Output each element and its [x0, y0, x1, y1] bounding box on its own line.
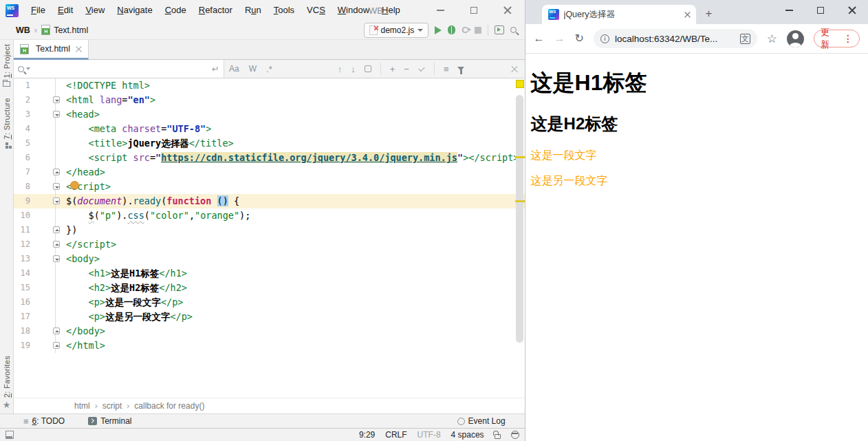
- line-number[interactable]: 7: [14, 165, 37, 180]
- menu-code[interactable]: Code: [159, 0, 193, 21]
- back-button[interactable]: ←: [534, 33, 545, 44]
- line-number[interactable]: 3: [14, 107, 37, 122]
- code-line-18[interactable]: 18</body>: [14, 324, 525, 338]
- code-line-19[interactable]: 19</html>: [14, 338, 525, 353]
- fold-marker-icon[interactable]: [53, 197, 60, 204]
- fold-marker-icon[interactable]: [53, 96, 60, 103]
- code-line-13[interactable]: 13<body>: [14, 252, 525, 266]
- breadcrumb-item[interactable]: html: [74, 401, 90, 411]
- code-line-9[interactable]: 9$(document).ready(function () {: [14, 194, 525, 208]
- menu-edit[interactable]: Edit: [52, 0, 79, 21]
- warning-stripe-marker[interactable]: [515, 156, 525, 158]
- line-number[interactable]: 2: [14, 93, 37, 107]
- menu-tools[interactable]: Tools: [268, 0, 301, 21]
- coverage-button[interactable]: C: [462, 25, 468, 35]
- line-number[interactable]: 5: [14, 136, 37, 151]
- line-number[interactable]: 12: [14, 237, 37, 252]
- code-line-2[interactable]: 2<html lang="en">: [14, 93, 525, 107]
- translate-icon[interactable]: 文: [740, 34, 750, 44]
- browser-tab[interactable]: WS jQuery选择器: [542, 5, 696, 24]
- event-log-button[interactable]: Event Log: [457, 416, 506, 426]
- fold-marker-icon[interactable]: [53, 241, 60, 248]
- maximize-button[interactable]: [805, 0, 836, 21]
- code-line-15[interactable]: 15 <h2>这是H2标签</h2>: [14, 281, 525, 295]
- code-line-1[interactable]: 1<!DOCTYPE html>: [14, 78, 525, 93]
- line-number[interactable]: 9: [14, 194, 37, 208]
- match-case-toggle[interactable]: Aa: [229, 64, 239, 74]
- code-line-3[interactable]: 3<head>: [14, 107, 525, 122]
- breadcrumb-item[interactable]: callback for ready(): [134, 401, 204, 411]
- sidebar-item-project[interactable]: 1: Project: [3, 44, 11, 87]
- indent-setting[interactable]: 4 spaces: [451, 430, 484, 440]
- bookmark-star-icon[interactable]: ☆: [767, 33, 777, 45]
- unlock-icon[interactable]: [495, 434, 501, 439]
- menu-view[interactable]: View: [79, 0, 111, 21]
- address-bar[interactable]: localhost:63342/WB/Te... 文: [594, 29, 757, 48]
- search-history-caret-icon[interactable]: [26, 67, 30, 70]
- line-number[interactable]: 4: [14, 122, 37, 136]
- code-line-11[interactable]: 11}): [14, 223, 525, 237]
- caret-position[interactable]: 9:29: [359, 430, 375, 440]
- multiline-icon[interactable]: ≡: [444, 64, 449, 74]
- menu-vcs[interactable]: VCS: [301, 0, 332, 21]
- remove-occurrence-icon[interactable]: −: [404, 64, 409, 74]
- close-find-icon[interactable]: [511, 65, 518, 72]
- new-tab-button[interactable]: +: [706, 8, 713, 19]
- filter-icon[interactable]: [457, 67, 464, 71]
- menu-run[interactable]: Run: [239, 0, 268, 21]
- menu-navigate[interactable]: Navigate: [111, 0, 158, 21]
- words-toggle[interactable]: W: [249, 64, 257, 74]
- code-line-17[interactable]: 17 <p>这是另一段文字</p>: [14, 310, 525, 324]
- code-line-8[interactable]: 8<cript>: [14, 180, 525, 194]
- breadcrumb-file[interactable]: Text.html: [54, 25, 88, 35]
- line-ending[interactable]: CRLF: [385, 430, 406, 440]
- breadcrumb-project[interactable]: WB: [16, 25, 30, 35]
- fold-marker-icon[interactable]: [53, 255, 60, 262]
- code-editor[interactable]: 1<!DOCTYPE html>2<html lang="en">3<head>…: [14, 78, 525, 398]
- line-number[interactable]: 19: [14, 338, 37, 353]
- code-line-12[interactable]: 12</script>: [14, 237, 525, 252]
- sidebar-item-structure[interactable]: 7: Structure: [3, 98, 11, 149]
- todo-toolwindow-button[interactable]: ≡ 6: TODO: [23, 416, 65, 427]
- code-line-4[interactable]: 4 <meta charset="UTF-8">: [14, 122, 525, 136]
- inspection-profile-icon[interactable]: [511, 431, 519, 439]
- line-number[interactable]: 14: [14, 266, 37, 281]
- line-number[interactable]: 15: [14, 281, 37, 295]
- file-encoding[interactable]: UTF-8: [417, 430, 441, 440]
- add-occurrence-icon[interactable]: +: [390, 64, 395, 74]
- reload-button[interactable]: ↻: [575, 33, 584, 44]
- line-number[interactable]: 17: [14, 310, 37, 324]
- select-all-occurrences-icon[interactable]: [418, 66, 425, 72]
- line-number[interactable]: 16: [14, 295, 37, 310]
- next-occurrence-icon[interactable]: ↓: [351, 64, 356, 74]
- line-number[interactable]: 10: [14, 208, 37, 223]
- line-number[interactable]: 8: [14, 180, 37, 194]
- run-button[interactable]: [435, 26, 442, 34]
- code-line-7[interactable]: 7</head>: [14, 165, 525, 180]
- code-line-6[interactable]: 6 <script src="https://cdn.staticfile.or…: [14, 151, 525, 165]
- line-number[interactable]: 18: [14, 324, 37, 338]
- site-info-icon[interactable]: [600, 34, 609, 43]
- search-input[interactable]: ↵: [14, 60, 224, 78]
- terminal-toolwindow-button[interactable]: Terminal: [88, 416, 131, 426]
- line-number[interactable]: 13: [14, 252, 37, 266]
- find-all-icon[interactable]: [365, 65, 371, 72]
- minimize-button[interactable]: [424, 0, 457, 21]
- menu-file[interactable]: File: [25, 0, 52, 21]
- line-number[interactable]: 6: [14, 151, 37, 165]
- search-everywhere-icon[interactable]: [510, 27, 517, 33]
- close-button[interactable]: [836, 0, 868, 21]
- fold-marker-icon[interactable]: [53, 183, 60, 190]
- regex-toggle[interactable]: .*: [266, 64, 272, 74]
- fold-marker-icon[interactable]: [53, 342, 60, 349]
- menu-refactor[interactable]: Refactor: [193, 0, 239, 21]
- breadcrumb-item[interactable]: script: [102, 401, 122, 411]
- caret-stripe-marker[interactable]: [515, 200, 525, 202]
- code-line-5[interactable]: 5 <title>jQuery选择器</title>: [14, 136, 525, 151]
- code-line-14[interactable]: 14 <h1>这是H1标签</h1>: [14, 266, 525, 281]
- line-number[interactable]: 11: [14, 223, 37, 237]
- chrome-update-button[interactable]: 更新 ⋮: [814, 30, 860, 47]
- prev-occurrence-icon[interactable]: ↑: [338, 64, 343, 74]
- code-line-16[interactable]: 16 <p>这是一段文字</p>: [14, 295, 525, 310]
- maximize-button[interactable]: [457, 0, 491, 21]
